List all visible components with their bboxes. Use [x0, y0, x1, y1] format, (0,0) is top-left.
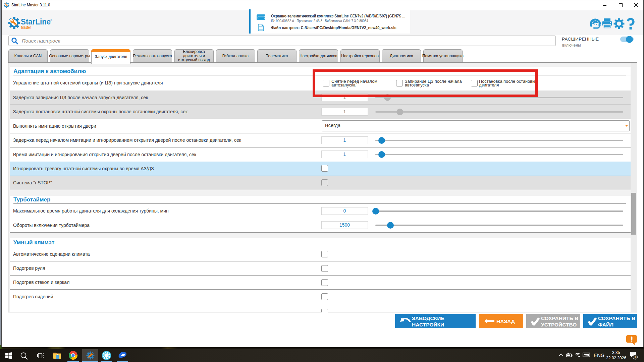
svg-text:1: 1 [634, 355, 636, 359]
